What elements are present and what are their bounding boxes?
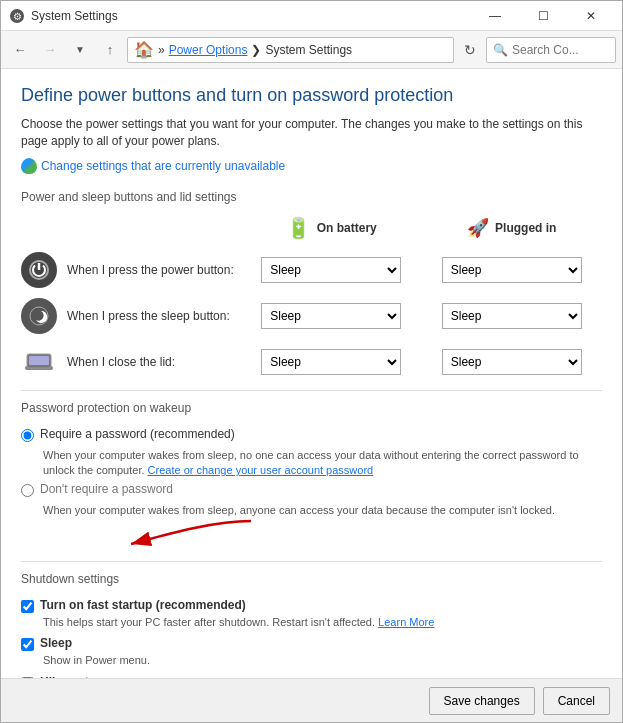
search-box: 🔍 bbox=[486, 37, 616, 63]
arrow-area bbox=[21, 531, 602, 551]
plugged-icon: 🚀 bbox=[467, 217, 489, 239]
password-section: Require a password (recommended) When yo… bbox=[21, 427, 602, 519]
up-button[interactable]: ↑ bbox=[97, 37, 123, 63]
power-button-row: When I press the power button: SleepDo n… bbox=[21, 252, 602, 288]
minimize-button[interactable]: — bbox=[472, 1, 518, 31]
require-password-desc: When your computer wakes from sleep, no … bbox=[43, 448, 602, 479]
window: ⚙ System Settings — ☐ ✕ ← → ▼ ↑ 🏠 » Powe… bbox=[0, 0, 623, 723]
plugged-in-col: 🚀 Plugged in bbox=[422, 217, 603, 243]
svg-rect-7 bbox=[29, 356, 49, 365]
breadcrumb: 🏠 » Power Options ❯ System Settings bbox=[134, 40, 352, 59]
shutdown-section: Shutdown settings Turn on fast startup (… bbox=[21, 572, 602, 678]
no-password-option: Don't require a password bbox=[21, 482, 602, 497]
fast-startup-label: Turn on fast startup (recommended) bbox=[40, 598, 246, 612]
no-password-label: Don't require a password bbox=[40, 482, 173, 496]
maximize-button[interactable]: ☐ bbox=[520, 1, 566, 31]
breadcrumb-system-settings: System Settings bbox=[265, 43, 352, 57]
on-battery-col: 🔋 On battery bbox=[241, 216, 422, 244]
sleep-button-label: When I press the sleep button: bbox=[67, 309, 230, 323]
shield-icon bbox=[21, 158, 37, 174]
fast-startup-checkbox[interactable] bbox=[21, 600, 34, 613]
main-content: Define power buttons and turn on passwor… bbox=[1, 69, 622, 678]
power-sleep-section-title: Power and sleep buttons and lid settings bbox=[21, 190, 602, 204]
address-bar: ← → ▼ ↑ 🏠 » Power Options ❯ System Setti… bbox=[1, 31, 622, 69]
window-icon: ⚙ bbox=[9, 8, 25, 24]
require-password-radio[interactable] bbox=[21, 429, 34, 442]
require-password-option: Require a password (recommended) bbox=[21, 427, 602, 442]
on-battery-label: On battery bbox=[317, 221, 377, 235]
close-button[interactable]: ✕ bbox=[568, 1, 614, 31]
footer: Save changes Cancel bbox=[1, 678, 622, 722]
breadcrumb-power-options[interactable]: Power Options bbox=[169, 43, 248, 57]
power-plugged-select[interactable]: SleepDo nothingHibernateShut down bbox=[442, 257, 582, 283]
lid-icon bbox=[21, 344, 57, 380]
lid-row: When I close the lid: SleepDo nothingHib… bbox=[21, 344, 602, 380]
sleep-button-row: When I press the sleep button: SleepDo n… bbox=[21, 298, 602, 334]
sleep-shutdown-desc: Show in Power menu. bbox=[43, 653, 602, 668]
settings-header: 🔋 On battery 🚀 Plugged in bbox=[21, 216, 602, 244]
window-controls: — ☐ ✕ bbox=[472, 1, 614, 31]
divider-1 bbox=[21, 390, 602, 391]
save-changes-button[interactable]: Save changes bbox=[429, 687, 535, 715]
sleep-plugged-select[interactable]: SleepDo nothingHibernateShut down bbox=[442, 303, 582, 329]
fast-startup-desc: This helps start your PC faster after sh… bbox=[43, 615, 602, 630]
recent-locations-button[interactable]: ▼ bbox=[67, 37, 93, 63]
title-bar: ⚙ System Settings — ☐ ✕ bbox=[1, 1, 622, 31]
svg-text:⚙: ⚙ bbox=[13, 11, 22, 22]
power-button-icon bbox=[21, 252, 57, 288]
sleep-shutdown-item: Sleep bbox=[21, 636, 602, 651]
sleep-shutdown-checkbox[interactable] bbox=[21, 638, 34, 651]
create-password-link[interactable]: Create or change your user account passw… bbox=[148, 464, 374, 476]
divider-2 bbox=[21, 561, 602, 562]
fast-startup-item: Turn on fast startup (recommended) bbox=[21, 598, 602, 613]
shutdown-section-title: Shutdown settings bbox=[21, 572, 602, 586]
no-password-radio[interactable] bbox=[21, 484, 34, 497]
power-battery-select[interactable]: SleepDo nothingHibernateShut down bbox=[261, 257, 401, 283]
window-title: System Settings bbox=[31, 9, 472, 23]
page-title: Define power buttons and turn on passwor… bbox=[21, 85, 602, 106]
cancel-button[interactable]: Cancel bbox=[543, 687, 610, 715]
change-settings-label[interactable]: Change settings that are currently unava… bbox=[41, 159, 285, 173]
page-description: Choose the power settings that you want … bbox=[21, 116, 602, 150]
change-settings-link[interactable]: Change settings that are currently unava… bbox=[21, 158, 602, 174]
lid-plugged-select[interactable]: SleepDo nothingHibernateShut down bbox=[442, 349, 582, 375]
red-arrow bbox=[81, 516, 281, 556]
search-icon: 🔍 bbox=[493, 43, 508, 57]
back-button[interactable]: ← bbox=[7, 37, 33, 63]
battery-icon: 🔋 bbox=[286, 216, 311, 240]
sleep-button-icon bbox=[21, 298, 57, 334]
lid-battery-select[interactable]: SleepDo nothingHibernateShut down bbox=[261, 349, 401, 375]
sleep-battery-select[interactable]: SleepDo nothingHibernateShut down bbox=[261, 303, 401, 329]
require-password-label: Require a password (recommended) bbox=[40, 427, 235, 441]
password-section-title: Password protection on wakeup bbox=[21, 401, 602, 415]
address-field[interactable]: 🏠 » Power Options ❯ System Settings bbox=[127, 37, 454, 63]
learn-more-link[interactable]: Learn More bbox=[378, 616, 434, 628]
forward-button[interactable]: → bbox=[37, 37, 63, 63]
plugged-in-label: Plugged in bbox=[495, 221, 556, 235]
search-input[interactable] bbox=[512, 43, 609, 57]
power-button-label: When I press the power button: bbox=[67, 263, 234, 277]
sleep-shutdown-label: Sleep bbox=[40, 636, 72, 650]
refresh-button[interactable]: ↻ bbox=[458, 38, 482, 62]
lid-label: When I close the lid: bbox=[67, 355, 175, 369]
